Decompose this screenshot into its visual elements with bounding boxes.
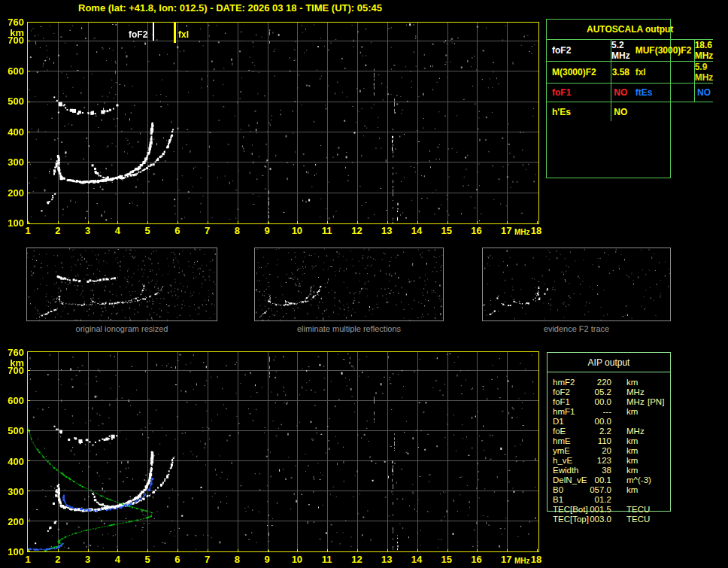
aip-row-hmF1: hmF1---km [547, 407, 671, 417]
x-tick-label: 9 [257, 226, 277, 235]
fxI-marker-label: fxI [178, 30, 189, 39]
aip-row-D1: D100.0 [547, 417, 671, 427]
y-tick-label: 500 [2, 426, 24, 436]
x-tick-label: 2 [48, 554, 68, 564]
parameter-unit: km [626, 485, 638, 494]
parameter-label: hmF1 [553, 407, 575, 416]
parameter-value: 057.0 [574, 485, 611, 494]
aip-row-Ewidth: Ewidth38km [547, 466, 671, 475]
panel-caption-original: original ionogram resized [26, 324, 217, 334]
x-tick-label: 11 [317, 554, 337, 564]
x-tick-label: 9 [257, 554, 277, 564]
parameter-label: foF2 [547, 40, 611, 61]
parameter-label: foE [553, 427, 566, 436]
y-tick-label: 100 [2, 547, 24, 557]
y-tick-label: 500 [2, 96, 24, 106]
parameter-label: D1 [553, 417, 564, 426]
y-tick-label: 760 [2, 348, 24, 357]
autoscala-row-foF2: foF25.2 MHz [547, 40, 630, 62]
aip-row-TECTop: TEC[Top]003.0TECU [547, 515, 671, 524]
x-tick-label: 12 [347, 554, 366, 564]
x-tick-label: 7 [198, 226, 217, 235]
autoscala-row-ftEs: ftEsNO [630, 84, 714, 102]
y-tick-label: 600 [2, 66, 24, 76]
parameter-unit: km [626, 446, 638, 455]
autoscala-row-hEs: h'EsNO [547, 102, 630, 121]
aip-row-hmF2: hmF2220km [547, 378, 671, 387]
aip-row-TECBot: TEC[Bot]001.5TECU [547, 505, 671, 515]
x-tick-label: 17 [496, 554, 516, 564]
x-axis-unit-label: MHz [514, 229, 530, 236]
parameter-label: h'Es [547, 102, 611, 121]
x-tick-label: 16 [466, 554, 486, 564]
y-tick-label: 300 [2, 487, 24, 497]
y-tick-label: 200 [2, 188, 24, 198]
parameter-unit: km [626, 407, 638, 416]
x-tick-label: 5 [138, 554, 157, 564]
parameter-unit: km [626, 436, 638, 445]
aip-row-foE: foE2.2MHz [547, 427, 671, 436]
y-tick-label: 760 [2, 17, 24, 27]
x-tick-label: 10 [287, 554, 307, 564]
parameter-value: 38 [574, 466, 611, 475]
parameter-value: NO [611, 84, 630, 102]
x-tick-label: 14 [407, 554, 426, 564]
aip-row-B1: B101.2 [547, 495, 671, 505]
parameter-unit: MHz [626, 427, 645, 436]
x-tick-label: 4 [108, 554, 127, 564]
parameter-label: ftEs [630, 84, 695, 102]
parameter-unit: m^(-3) [626, 475, 651, 484]
parameter-unit: MHz [626, 387, 645, 396]
parameter-value: 01.2 [574, 495, 611, 504]
parameter-value: 5.9 MHz [695, 62, 714, 83]
parameter-value: 05.2 [574, 387, 611, 396]
aip-row-foF1: foF100.0MHz[PN] [547, 397, 671, 407]
x-tick-label: 8 [227, 226, 247, 235]
autoscala-row-fxI: fxI5.9 MHz [630, 62, 714, 84]
parameter-label: foF1 [553, 397, 570, 406]
x-tick-label: 15 [437, 226, 457, 235]
parameter-value: 00.1 [574, 475, 611, 484]
parameter-value: 5.2 MHz [611, 40, 630, 61]
x-tick-label: 15 [437, 554, 457, 564]
parameter-label: foF1 [547, 84, 611, 102]
parameter-value: 001.5 [574, 505, 611, 514]
panel-caption-eliminate: eliminate multiple reflections [254, 324, 444, 334]
foF2-marker-label: foF2 [129, 30, 147, 39]
y-tick-label: 200 [2, 517, 24, 527]
parameter-label: foF2 [553, 387, 570, 396]
parameter-label: B0 [553, 485, 563, 494]
autoscala-row-foF1: foF1NO [547, 84, 630, 102]
parameter-value: 2.2 [574, 427, 611, 436]
parameter-value: 003.0 [574, 515, 611, 524]
parameter-label: hmE [553, 436, 571, 445]
parameter-unit: MHz [626, 397, 645, 406]
aip-row-DelNvE: DelN_vE00.1m^(-3) [547, 475, 671, 485]
parameter-value: 00.0 [574, 417, 611, 426]
parameter-label: B1 [553, 495, 563, 504]
parameter-value: 00.0 [574, 397, 611, 406]
x-tick-label: 13 [377, 554, 396, 564]
parameter-label: h_vE [553, 456, 572, 465]
page-title: Rome (lat: +41.8, lon: 012.5) - DATE: 20… [27, 2, 433, 14]
parameter-value: NO [695, 84, 714, 102]
parameter-label: hmF2 [553, 378, 575, 387]
y-tick-label: 100 [2, 218, 24, 228]
panel-original-ionogram [26, 248, 217, 321]
parameter-label: M(3000)F2 [547, 62, 611, 83]
x-tick-label: 8 [227, 554, 247, 564]
x-axis-unit-label: MHz [514, 557, 530, 565]
x-tick-label: 17 [496, 226, 516, 235]
aip-table-title: AIP output [548, 353, 670, 372]
ionogram-plot-bottom [27, 351, 539, 552]
x-tick-label: 2 [48, 226, 68, 235]
y-tick-label: 400 [2, 127, 24, 137]
parameter-value: 20 [574, 446, 611, 455]
parameter-value: 110 [574, 436, 611, 445]
y-tick-label: 600 [2, 396, 24, 405]
x-tick-label: 11 [317, 226, 337, 235]
aip-row-foF2: foF205.2MHz [547, 387, 671, 397]
x-tick-label: 3 [78, 226, 98, 235]
y-tick-label: 300 [2, 157, 24, 167]
aip-row-ymE: ymE20km [547, 446, 671, 456]
